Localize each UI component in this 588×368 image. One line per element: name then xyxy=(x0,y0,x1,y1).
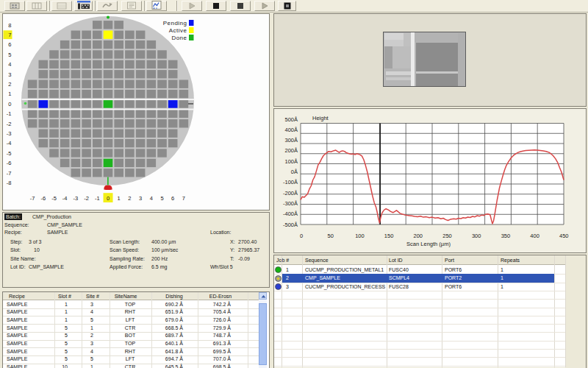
ltable-cell[interactable]: LFT xyxy=(126,356,135,361)
die--1--2[interactable] xyxy=(93,119,102,127)
play-button[interactable] xyxy=(182,1,202,11)
die-0--7[interactable] xyxy=(104,169,113,177)
die-4--2[interactable] xyxy=(147,119,157,127)
ltable-cell[interactable]: RHT xyxy=(125,309,135,314)
ltable-cell[interactable]: 5 xyxy=(90,356,93,361)
die--1--1[interactable] xyxy=(93,110,102,118)
die-6-1[interactable] xyxy=(168,90,178,98)
die--2--6[interactable] xyxy=(82,159,91,167)
jobs-cell[interactable]: FUSC40 xyxy=(389,267,409,272)
die-2--2[interactable] xyxy=(125,119,135,127)
die--2-2[interactable] xyxy=(82,80,91,88)
ltable-cell[interactable]: SAMPLE xyxy=(7,325,27,330)
ltable-cell[interactable]: 691.3 Å xyxy=(213,341,231,346)
jobs-header-0[interactable]: Job # xyxy=(276,258,289,263)
jobs-cell[interactable]: PORT6 xyxy=(445,267,462,272)
die--3-0[interactable] xyxy=(71,99,81,107)
ltable-cell[interactable]: 5 xyxy=(65,349,68,354)
die--3--2[interactable] xyxy=(71,119,81,127)
die--4--4[interactable] xyxy=(60,139,70,147)
resume-button[interactable] xyxy=(254,1,275,11)
die--3-2[interactable] xyxy=(71,80,81,88)
die--1-5[interactable] xyxy=(93,50,102,58)
die--6-4[interactable] xyxy=(39,60,49,68)
jobs-cell[interactable]: 3 xyxy=(286,284,289,289)
die--5-1[interactable] xyxy=(49,90,59,98)
ltable-cell[interactable]: 748.7 Å xyxy=(213,333,231,338)
die-5--5[interactable] xyxy=(157,149,167,157)
ltable-cell[interactable]: CTR xyxy=(125,325,135,330)
die-6--2[interactable] xyxy=(168,119,178,127)
die-0-7[interactable] xyxy=(104,31,113,39)
ltable-cell[interactable]: 651.9 Å xyxy=(165,309,183,314)
ltable-cell[interactable]: 1 xyxy=(65,309,68,314)
die--4-4[interactable] xyxy=(60,60,70,68)
die-4--3[interactable] xyxy=(147,130,157,138)
die--6--4[interactable] xyxy=(39,139,49,147)
die-1-5[interactable] xyxy=(114,50,123,58)
die--4-3[interactable] xyxy=(60,70,70,78)
die-0--6[interactable] xyxy=(104,159,113,167)
die--7-1[interactable] xyxy=(28,90,37,98)
die--3--6[interactable] xyxy=(71,159,81,167)
die--5-4[interactable] xyxy=(49,60,59,68)
die-2-1[interactable] xyxy=(125,90,135,98)
ltable-cell[interactable]: 4 xyxy=(90,349,93,354)
die--5-3[interactable] xyxy=(49,70,59,78)
die--6-0[interactable] xyxy=(39,99,49,107)
die--2-5[interactable] xyxy=(82,50,91,58)
ltable-cell[interactable]: 5 xyxy=(65,325,68,330)
wafer-map-button[interactable] xyxy=(4,1,25,11)
die--5--5[interactable] xyxy=(49,149,59,157)
ltable-cell[interactable]: SAMPLE xyxy=(7,349,27,354)
die-0-8[interactable] xyxy=(104,21,113,29)
ltable-cell[interactable]: 5 xyxy=(90,317,93,322)
die--4-6[interactable] xyxy=(60,40,70,49)
ltable-cell[interactable]: SAMPLE xyxy=(7,356,27,361)
die--3-5[interactable] xyxy=(71,50,81,58)
die-2--4[interactable] xyxy=(125,139,135,147)
die-4-0[interactable] xyxy=(147,99,157,107)
scroll-up-button[interactable] xyxy=(259,292,267,300)
die--6--1[interactable] xyxy=(39,110,49,118)
die--4-5[interactable] xyxy=(60,50,70,58)
ltable-cell[interactable]: CTR xyxy=(125,364,135,368)
ltable-cell[interactable]: 668.5 Å xyxy=(165,325,183,330)
die-3-0[interactable] xyxy=(136,99,146,107)
die-1--3[interactable] xyxy=(114,130,123,138)
die--1--3[interactable] xyxy=(93,130,102,138)
die-2-7[interactable] xyxy=(125,31,135,39)
ltable-cell[interactable]: 726.0 Å xyxy=(213,317,231,322)
ltable-header-4[interactable]: Dishing xyxy=(165,294,182,299)
die--1-7[interactable] xyxy=(93,31,102,39)
die-0-6[interactable] xyxy=(104,40,113,49)
die-2--1[interactable] xyxy=(125,110,135,118)
die-5--4[interactable] xyxy=(157,139,167,147)
die-3--1[interactable] xyxy=(136,110,146,118)
die--1--7[interactable] xyxy=(93,169,102,177)
die--1-6[interactable] xyxy=(93,40,102,49)
die-3-6[interactable] xyxy=(136,40,146,49)
columns-button[interactable] xyxy=(26,1,47,11)
jobs-cell[interactable]: 2 xyxy=(286,275,289,280)
die-3-2[interactable] xyxy=(136,80,146,88)
ltable-cell[interactable]: 1 xyxy=(90,364,93,368)
die-1--6[interactable] xyxy=(114,159,123,167)
die--7--2[interactable] xyxy=(28,119,37,127)
ltable-header-2[interactable]: Site # xyxy=(86,294,99,299)
ltable-cell[interactable]: LFT xyxy=(126,317,135,322)
die--5--4[interactable] xyxy=(49,139,59,147)
die--4--3[interactable] xyxy=(60,130,70,138)
jobs-cell[interactable]: SCMPL4 xyxy=(389,275,409,280)
ltable-cell[interactable]: 641.8 Å xyxy=(165,349,183,354)
die-1-8[interactable] xyxy=(114,21,123,29)
jobs-cell[interactable]: CMP_SAMPLE xyxy=(305,275,340,280)
ltable-cell[interactable]: 729.9 Å xyxy=(213,325,231,330)
die--5--1[interactable] xyxy=(49,110,59,118)
jobs-cell[interactable]: FUSC28 xyxy=(389,284,409,289)
die--6--3[interactable] xyxy=(39,130,49,138)
die-1--2[interactable] xyxy=(114,119,123,127)
die-4-5[interactable] xyxy=(147,50,157,58)
die-3--2[interactable] xyxy=(136,119,146,127)
die-0-0[interactable] xyxy=(104,99,113,107)
